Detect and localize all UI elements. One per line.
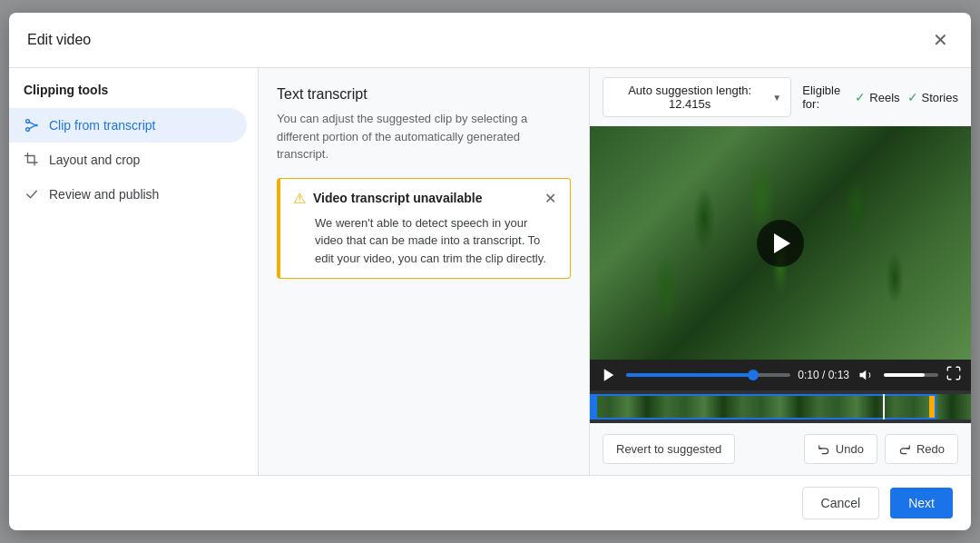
current-time: 0:10: [798, 369, 818, 381]
timeline-strip[interactable]: [590, 390, 971, 423]
time-display: 0:10 / 0:13: [798, 369, 849, 381]
eligible-label: Eligible for:: [802, 84, 848, 111]
redo-icon: [898, 443, 911, 456]
stories-label: Stories: [922, 91, 958, 104]
sidebar-label-review: Review and publish: [49, 187, 159, 202]
auto-suggestion-label: Auto suggestion length: 12.415s: [612, 84, 767, 111]
play-icon: [774, 233, 790, 253]
modal-title: Edit video: [27, 32, 91, 48]
video-container: [590, 126, 971, 360]
timeline-handle-right[interactable]: [929, 396, 935, 418]
reels-badge: ✓ Reels: [855, 90, 899, 104]
volume-button[interactable]: [857, 365, 877, 385]
svg-line-3: [29, 124, 37, 128]
alert-body: We weren't able to detect speech in your…: [293, 214, 557, 268]
sidebar: Clipping tools Clip from transcript: [9, 68, 259, 475]
time-separator: /: [822, 369, 825, 381]
sidebar-heading: Clipping tools: [9, 83, 258, 108]
redo-label: Redo: [916, 442, 945, 456]
play-pause-icon: [601, 367, 617, 383]
dropdown-arrow-icon: ▼: [772, 93, 781, 103]
stories-check-icon: ✓: [907, 90, 918, 104]
timeline-playhead: [883, 394, 885, 420]
reels-check-icon: ✓: [855, 90, 866, 104]
close-button[interactable]: ✕: [927, 27, 953, 53]
volume-bar[interactable]: [884, 373, 938, 377]
cancel-button[interactable]: Cancel: [802, 487, 880, 519]
progress-fill: [626, 373, 753, 377]
undo-button[interactable]: Undo: [804, 434, 877, 464]
timeline-inner: [590, 394, 971, 420]
auto-suggestion-button[interactable]: Auto suggestion length: 12.415s ▼: [603, 77, 791, 117]
progress-bar[interactable]: [626, 373, 790, 377]
modal-overlay: Edit video ✕ Clipping tools Clip from tr…: [0, 0, 980, 543]
alert-header: ⚠ Video transcript unavailable: [293, 190, 557, 207]
sidebar-label-layout: Layout and crop: [49, 153, 140, 167]
publish-icon: [24, 186, 40, 202]
right-panel: Auto suggestion length: 12.415s ▼ Eligib…: [590, 68, 971, 475]
modal-body: Clipping tools Clip from transcript: [9, 68, 971, 475]
middle-panel: Text transcript You can adjust the sugge…: [259, 68, 590, 475]
sidebar-label-clip: Clip from transcript: [49, 118, 155, 133]
sidebar-item-layout-and-crop[interactable]: Layout and crop: [9, 143, 247, 177]
alert-box: ⚠ Video transcript unavailable ✕ We were…: [277, 178, 571, 280]
volume-icon: [858, 367, 875, 383]
sidebar-item-clip-from-transcript[interactable]: Clip from transcript: [9, 108, 247, 143]
volume-fill: [884, 373, 925, 377]
stories-badge: ✓ Stories: [907, 90, 958, 104]
revert-button[interactable]: Revert to suggested: [603, 434, 735, 464]
undo-label: Undo: [836, 442, 864, 456]
alert-title: Video transcript unavailable: [313, 191, 482, 205]
next-button[interactable]: Next: [890, 488, 953, 518]
progress-thumb: [748, 370, 759, 380]
fullscreen-button[interactable]: [946, 365, 962, 385]
redo-button[interactable]: Redo: [885, 434, 958, 464]
crop-icon: [24, 152, 40, 168]
warning-icon: ⚠: [293, 190, 306, 207]
play-button[interactable]: [757, 220, 804, 267]
bottom-bar: Revert to suggested Undo: [590, 423, 971, 475]
panel-title: Text transcript: [277, 86, 571, 103]
edit-video-modal: Edit video ✕ Clipping tools Clip from tr…: [9, 13, 971, 530]
video-top-bar: Auto suggestion length: 12.415s ▼ Eligib…: [590, 68, 971, 126]
play-pause-button[interactable]: [599, 365, 619, 385]
undo-redo-group: Undo Redo: [804, 434, 958, 464]
modal-footer: Cancel Next: [9, 475, 971, 530]
svg-marker-4: [604, 369, 614, 381]
undo-icon: [818, 443, 830, 456]
video-thumbnail: [590, 126, 971, 360]
timeline-handle-left[interactable]: [592, 396, 597, 418]
scissors-icon: [24, 117, 40, 133]
total-time: 0:13: [828, 369, 849, 381]
reels-label: Reels: [869, 91, 899, 104]
modal-header: Edit video ✕: [9, 13, 971, 68]
sidebar-item-review-and-publish[interactable]: Review and publish: [9, 177, 247, 212]
video-controls: 0:10 / 0:13: [590, 360, 971, 390]
eligible-for: Eligible for: ✓ Reels ✓ Stories: [802, 84, 958, 111]
alert-close-button[interactable]: ✕: [539, 188, 561, 210]
panel-description: You can adjust the suggested clip by sel…: [277, 110, 571, 163]
fullscreen-icon: [946, 365, 962, 381]
